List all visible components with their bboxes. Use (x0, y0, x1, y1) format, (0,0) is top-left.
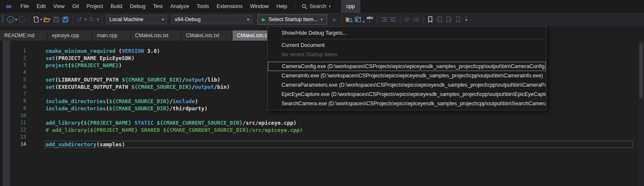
target-machine-dropdown[interactable]: Local Machine ▾ (106, 15, 167, 24)
token-cmd: include_directories (46, 98, 106, 104)
search-box[interactable]: Search ▾ (298, 3, 334, 9)
startup-item-caret-icon: ▾ (321, 17, 323, 22)
next-bookmark-icon (446, 16, 452, 23)
undo-button[interactable]: ↺ (75, 14, 84, 25)
menu-git[interactable]: Git (68, 0, 83, 13)
toolbar: ← ▾ → ▾ (0, 13, 644, 26)
startup-target-item[interactable]: CameraInfo.exe (D:\workspaces\CSProjects… (268, 71, 546, 80)
startup-target-item[interactable]: CameraParameters.exe (D:\workspaces\CSPr… (268, 80, 546, 90)
menu-extensions[interactable]: Extensions (213, 0, 246, 13)
code-line[interactable]: 12# add_library(${PROJECT_NAME} SHARED $… (0, 126, 637, 134)
menu-tools[interactable]: Tools (193, 0, 213, 13)
startup-target-item[interactable]: SearchCamera.exe (D:\workspaces\CSProjec… (268, 99, 546, 108)
menu-help[interactable]: Help (273, 0, 291, 13)
token-txt: /lib) (204, 77, 220, 83)
token-txt: (EXECUTABLE_OUTPUT_PATH (55, 84, 132, 90)
token-var: ${PROJECT_NAME} (84, 120, 131, 126)
select-startup-item-button[interactable]: ▶ Select Startup Item... ▾ (257, 14, 327, 25)
solution-explorer-button[interactable] (354, 14, 363, 25)
tab-readme-md[interactable]: README.md (0, 30, 47, 41)
toggle-bookmark-button[interactable] (426, 14, 435, 25)
token-var: ${PROJECT_NAME} (71, 62, 119, 68)
line-number: 3 (0, 62, 26, 69)
toolbar-grip[interactable] (2, 15, 4, 24)
token-cmd: add_subdirectory (46, 141, 96, 148)
start-without-debugging-button[interactable]: ▶ (330, 14, 340, 25)
new-file-button[interactable] (31, 14, 41, 25)
uncomment-lines-icon (413, 16, 420, 22)
menu-test[interactable]: Test (149, 0, 167, 13)
tab-main-cpp[interactable]: main.cpp (92, 30, 130, 41)
undo-caret-icon[interactable]: ▾ (84, 16, 87, 23)
line-number: 2 (0, 55, 26, 62)
save-all-button[interactable] (61, 14, 70, 25)
token-cmd: set (46, 55, 55, 61)
toolbar-separator (72, 15, 73, 24)
startup-target-item[interactable]: CameraConfig.exe (D:\workspaces\CSProjec… (268, 62, 546, 71)
startup-item-label: Select Startup Item... (268, 16, 318, 22)
find-in-files-button[interactable] (344, 14, 354, 25)
token-txt: / (192, 84, 195, 90)
token-var: ${CMAKE_SOURCE_DIR} (131, 84, 192, 90)
menu-item-current-document[interactable]: Current Document (268, 41, 546, 50)
code-text: cmake_minimum_required (VERSION 3.8) (26, 47, 160, 55)
comment-lines-icon (404, 16, 411, 22)
line-number: 14 (0, 141, 26, 148)
token-kw: include (173, 98, 195, 104)
code-line[interactable]: 14add_subdirectory(samples) (0, 141, 637, 148)
scrollbar-thumb[interactable] (639, 43, 643, 98)
undo-icon: ↺ (77, 16, 82, 23)
menu-file[interactable]: File (17, 0, 33, 13)
solution-explorer-caret-icon[interactable]: ▾ (363, 20, 365, 24)
indent-increase-button[interactable] (389, 14, 398, 25)
token-txt: ( (116, 48, 122, 54)
redo-icon: ↻ (89, 16, 95, 23)
line-number: 5 (0, 76, 26, 83)
token-txt: (PROJECT_NAME EpicEyeSDK) (55, 55, 135, 61)
menubar-divider (295, 3, 295, 10)
tab-cmakelists-txt[interactable]: CMakeLists.txt (182, 30, 232, 41)
navigate-back-button[interactable]: ← (6, 14, 15, 25)
token-var: ${CMAKE_SOURCE_DIR} (109, 105, 170, 112)
open-folder-icon (43, 16, 51, 23)
tab-cmakelists-txt[interactable]: CMakeLists.txt (131, 30, 181, 41)
menu-build[interactable]: Build (107, 0, 126, 13)
code-line[interactable]: 11add_library(${PROJECT_NAME} STATIC ${C… (0, 119, 637, 126)
indent-decrease-button[interactable] (379, 14, 389, 25)
search-label: Search (310, 3, 327, 9)
menu-view[interactable]: View (49, 0, 68, 13)
save-button[interactable] (51, 14, 61, 25)
spell-check-button[interactable]: abc ✓ (365, 14, 375, 25)
configuration-dropdown[interactable]: x64-Debug ▾ (171, 15, 252, 24)
menu-debug[interactable]: Debug (126, 0, 149, 13)
menu-item-show-hide-debug-targets-[interactable]: Show/Hide Debug Targets... (268, 28, 546, 38)
code-line[interactable]: 10 (0, 112, 637, 119)
menu-project[interactable]: Project (83, 0, 107, 13)
tab-epiceye-cpp[interactable]: epiceye.cpp (48, 30, 92, 41)
target-machine-value: Local Machine (109, 16, 143, 22)
code-text: project(${PROJECT_NAME}) (26, 62, 122, 69)
code-line[interactable]: 13 (0, 134, 637, 141)
toolbar-overflow-caret-icon[interactable]: ▾ (465, 17, 468, 22)
redo-caret-icon[interactable]: ▾ (97, 16, 100, 23)
open-file-button[interactable] (42, 14, 51, 25)
token-txt: (samples) (96, 141, 125, 148)
menu-edit[interactable]: Edit (33, 0, 50, 13)
comment-button[interactable] (403, 14, 412, 25)
line-number: 13 (0, 134, 26, 141)
previous-bookmark-button[interactable] (435, 14, 444, 25)
next-bookmark-button[interactable] (444, 14, 454, 25)
redo-button[interactable]: ↻ (87, 14, 97, 25)
startup-item-menu: Show/Hide Debug Targets...Current Docume… (267, 26, 547, 110)
navigate-forward-button[interactable]: → (17, 14, 27, 25)
line-number: 11 (0, 119, 26, 126)
vertical-scrollbar[interactable] (638, 41, 644, 186)
startup-target-item[interactable]: EpicEyeCapture.exe (D:\workspaces\CSProj… (268, 90, 546, 99)
line-number: 8 (0, 98, 26, 105)
token-kw: output (185, 77, 204, 83)
menu-window[interactable]: Window (246, 0, 272, 13)
line-number: 4 (0, 69, 26, 76)
menu-analyze[interactable]: Analyze (167, 0, 193, 13)
clear-bookmarks-button[interactable] (454, 14, 463, 25)
uncomment-button[interactable] (412, 14, 421, 25)
